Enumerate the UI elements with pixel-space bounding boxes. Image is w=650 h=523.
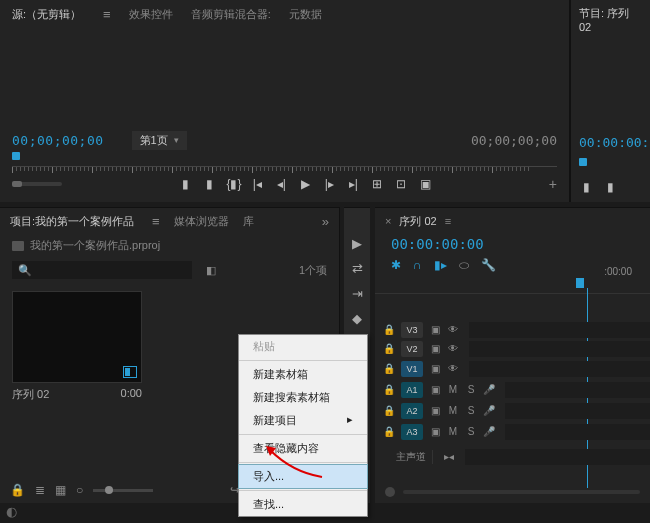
menu-new-item[interactable]: 新建项目 ▸ bbox=[239, 409, 367, 432]
track-name-v2[interactable]: V2 bbox=[401, 341, 423, 357]
track-mute-label[interactable]: M bbox=[447, 426, 459, 437]
prog-mark-in-icon[interactable]: ▮ bbox=[579, 180, 593, 194]
program-ruler[interactable] bbox=[579, 158, 650, 172]
track-body[interactable] bbox=[469, 341, 650, 357]
track-output-icon[interactable]: ▣ bbox=[429, 426, 441, 437]
source-ruler[interactable] bbox=[12, 154, 557, 172]
track-body[interactable] bbox=[505, 424, 650, 440]
tab-project[interactable]: 项目:我的第一个案例作品 bbox=[10, 214, 134, 229]
panel-menu-icon[interactable]: ≡ bbox=[445, 215, 451, 227]
timeline-tab[interactable]: 序列 02 bbox=[399, 214, 436, 229]
close-tab-icon[interactable]: × bbox=[385, 215, 391, 227]
tab-source[interactable]: 源:（无剪辑） bbox=[12, 7, 81, 22]
ripple-tool-icon[interactable]: ⇥ bbox=[352, 286, 363, 301]
settings-icon[interactable]: 🔧 bbox=[481, 258, 496, 272]
track-eye-icon[interactable]: 👁 bbox=[447, 324, 459, 335]
play-icon[interactable]: ▶ bbox=[298, 177, 312, 191]
track-output-icon[interactable]: ▣ bbox=[429, 405, 441, 416]
track-name-a1[interactable]: A1 bbox=[401, 382, 423, 398]
track-lock-icon[interactable]: 🔒 bbox=[383, 324, 395, 335]
track-mic-icon[interactable]: 🎤 bbox=[483, 426, 495, 437]
nest-icon[interactable]: ✱ bbox=[391, 258, 401, 272]
source-timecode-in[interactable]: 00;00;00;00 bbox=[12, 133, 104, 148]
menu-find[interactable]: 查找... bbox=[239, 493, 367, 516]
go-out-icon[interactable]: ▸| bbox=[346, 177, 360, 191]
track-name-v3[interactable]: V3 bbox=[401, 322, 423, 338]
mark-out-icon[interactable]: ▮ bbox=[202, 177, 216, 191]
track-output-icon[interactable]: ▣ bbox=[429, 324, 441, 335]
track-mute-label[interactable]: M bbox=[447, 384, 459, 395]
track-name-v1[interactable]: V1 bbox=[401, 361, 423, 377]
track-solo-label[interactable]: S bbox=[465, 384, 477, 395]
tab-program[interactable]: 节目: 序列 02 bbox=[571, 0, 650, 39]
freeform-view-icon[interactable]: ○ bbox=[76, 483, 83, 497]
panel-menu-icon[interactable]: ≡ bbox=[103, 7, 111, 22]
timeline-playhead[interactable] bbox=[576, 278, 584, 288]
track-body[interactable] bbox=[505, 403, 650, 419]
track-body[interactable] bbox=[465, 449, 650, 465]
track-mic-icon[interactable]: 🎤 bbox=[483, 405, 495, 416]
zoom-out-handle[interactable] bbox=[385, 487, 395, 497]
marker-add-icon[interactable]: ⬭ bbox=[459, 258, 469, 272]
track-mic-icon[interactable]: 🎤 bbox=[483, 384, 495, 395]
tab-audio-mixer[interactable]: 音频剪辑混合器: bbox=[191, 7, 271, 22]
razor-tool-icon[interactable]: ◆ bbox=[352, 311, 362, 326]
icon-view-icon[interactable]: ▦ bbox=[55, 483, 66, 497]
program-playhead[interactable] bbox=[579, 158, 587, 166]
go-in-icon[interactable]: |◂ bbox=[250, 177, 264, 191]
track-body[interactable] bbox=[505, 382, 650, 398]
insert-icon[interactable]: ⊞ bbox=[370, 177, 384, 191]
track-lock-icon[interactable]: 🔒 bbox=[383, 405, 395, 416]
track-output-icon[interactable]: ▣ bbox=[429, 343, 441, 354]
filter-icon[interactable]: ◧ bbox=[206, 264, 216, 277]
list-view-icon[interactable]: ≣ bbox=[35, 483, 45, 497]
track-lock-icon[interactable]: 🔒 bbox=[383, 343, 395, 354]
timeline-timecode[interactable]: 00:00:00:00 bbox=[375, 234, 650, 254]
track-eye-icon[interactable]: 👁 bbox=[447, 363, 459, 374]
track-output-icon[interactable]: ▣ bbox=[429, 384, 441, 395]
timeline-zoom-slider[interactable] bbox=[403, 490, 640, 494]
track-body[interactable] bbox=[469, 361, 650, 377]
mark-in-icon[interactable]: ▮ bbox=[178, 177, 192, 191]
menu-new-search-bin[interactable]: 新建搜索素材箱 bbox=[239, 386, 367, 409]
track-solo-label[interactable]: S bbox=[465, 426, 477, 437]
button-editor-icon[interactable]: + bbox=[549, 176, 557, 192]
timeline-ruler[interactable] bbox=[375, 280, 650, 294]
mark-clip-icon[interactable]: {▮} bbox=[226, 177, 240, 191]
selection-tool-icon[interactable]: ▶ bbox=[352, 236, 362, 251]
snap-icon[interactable]: ∩ bbox=[413, 258, 422, 272]
source-playhead[interactable] bbox=[12, 152, 20, 160]
sequence-thumbnail[interactable] bbox=[12, 291, 142, 383]
menu-show-hidden[interactable]: 查看隐藏内容 bbox=[239, 437, 367, 460]
track-name-a3[interactable]: A3 bbox=[401, 424, 423, 440]
prog-mark-out-icon[interactable]: ▮ bbox=[603, 180, 617, 194]
track-solo-label[interactable]: S bbox=[465, 405, 477, 416]
tab-libraries[interactable]: 库 bbox=[243, 214, 254, 229]
overflow-icon[interactable]: » bbox=[322, 214, 329, 229]
step-back-icon[interactable]: ◂| bbox=[274, 177, 288, 191]
panel-menu-icon[interactable]: ≡ bbox=[152, 214, 160, 229]
tab-effect-controls[interactable]: 效果控件 bbox=[129, 7, 173, 22]
menu-new-bin[interactable]: 新建素材箱 bbox=[239, 363, 367, 386]
step-fwd-icon[interactable]: |▸ bbox=[322, 177, 336, 191]
track-body[interactable] bbox=[469, 322, 650, 338]
clip-name[interactable]: 序列 02 bbox=[12, 387, 49, 402]
page-selector[interactable]: 第1页 ▾ bbox=[132, 131, 187, 150]
track-lock-icon[interactable]: 🔒 bbox=[383, 363, 395, 374]
track-lock-icon[interactable]: 🔒 bbox=[383, 426, 395, 437]
lock-icon[interactable]: 🔒 bbox=[10, 483, 25, 497]
track-eye-icon[interactable]: 👁 bbox=[447, 343, 459, 354]
thumb-zoom-slider[interactable] bbox=[93, 489, 153, 492]
track-mute-label[interactable]: M bbox=[447, 405, 459, 416]
linked-selection-icon[interactable]: ▮▸ bbox=[434, 258, 447, 272]
export-frame-icon[interactable]: ▣ bbox=[418, 177, 432, 191]
overwrite-icon[interactable]: ⊡ bbox=[394, 177, 408, 191]
track-select-tool-icon[interactable]: ⇄ bbox=[352, 261, 363, 276]
menu-import[interactable]: 导入... bbox=[238, 464, 368, 489]
tab-metadata[interactable]: 元数据 bbox=[289, 7, 322, 22]
search-input[interactable]: 🔍 bbox=[12, 261, 192, 279]
track-lock-icon[interactable]: 🔒 bbox=[383, 384, 395, 395]
track-output-icon[interactable]: ▣ bbox=[429, 363, 441, 374]
tab-media-browser[interactable]: 媒体浏览器 bbox=[174, 214, 229, 229]
program-timecode[interactable]: 00:00:00:00 bbox=[579, 135, 650, 150]
